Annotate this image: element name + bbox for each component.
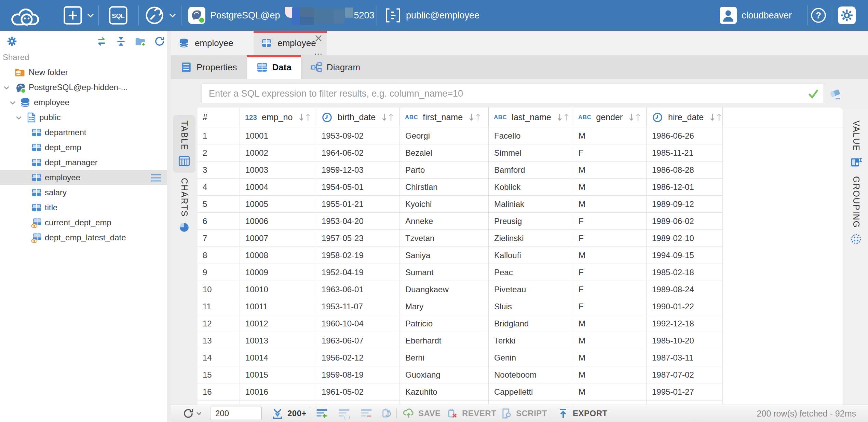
data-cell[interactable]: Facello [489,127,573,144]
chevron-expanded-icon[interactable] [15,114,23,122]
tree-item-department[interactable]: department [0,125,167,140]
row-number-cell[interactable]: 7 [198,230,240,247]
data-cell[interactable]: 10014 [240,349,316,366]
data-cell[interactable]: 10009 [240,264,316,281]
data-cell[interactable]: Bridgland [489,315,573,332]
fetch-size-input[interactable] [210,407,262,420]
data-cell[interactable]: Anneke [400,213,489,230]
rail-tab-GROUPING[interactable]: GROUPING [845,171,867,251]
data-cell[interactable]: 10015 [240,366,316,383]
column-header-#[interactable]: # [198,108,240,127]
row-number-cell[interactable]: 16 [198,383,240,400]
data-cell[interactable] [316,400,400,405]
data-cell[interactable]: 1955-01-21 [316,196,400,213]
sort-arrows-icon[interactable]: ↓↑ [708,112,722,123]
data-cell[interactable]: M [573,247,647,264]
data-cell[interactable]: Kalloufi [489,247,573,264]
driver-tools-button[interactable] [145,5,176,26]
data-cell[interactable]: M [573,179,647,196]
data-cell[interactable]: M [573,349,647,366]
row-number-cell[interactable]: 14 [198,349,240,366]
data-cell[interactable]: 1995-01-27 [647,383,723,400]
data-cell[interactable]: 1957-05-23 [316,230,400,247]
data-cell[interactable]: Bezalel [400,144,489,161]
close-tab-icon[interactable] [314,34,323,42]
data-cell[interactable]: 1959-08-19 [316,366,400,383]
editor-tab-employee[interactable]: employee ... [254,31,327,55]
data-cell[interactable]: Bamford [489,161,573,179]
data-cell[interactable]: Genin [489,349,573,366]
data-cell[interactable]: 1986-12-01 [647,179,723,196]
data-cell[interactable]: Tzvetan [400,230,489,247]
data-cell[interactable]: 1953-11-07 [316,298,400,315]
data-cell[interactable]: Cappelletti [489,383,573,400]
data-cell[interactable]: 10008 [240,247,316,264]
sort-arrows-icon[interactable]: ↓↑ [380,112,394,123]
rail-tab-TABLE[interactable]: TABLE [173,115,195,173]
data-cell[interactable]: 1992-12-18 [647,315,723,332]
data-cell[interactable]: 1986-06-26 [647,127,723,144]
data-cell[interactable]: M [573,332,647,349]
chevron-expanded-icon[interactable] [9,99,16,107]
save-button[interactable]: SAVE [403,405,441,422]
data-cell[interactable]: 10013 [240,332,316,349]
data-cell[interactable]: 1990-01-22 [647,298,723,315]
column-header-emp_no[interactable]: 123 emp_no ↓↑ [240,108,316,127]
row-number-cell[interactable]: 6 [198,213,240,230]
sql-editor-button[interactable]: SQL [109,5,128,26]
gear-icon[interactable] [6,36,18,48]
column-header-gender[interactable]: ABC gender ↓↑ [573,108,647,127]
data-cell[interactable]: 1964-06-02 [316,144,400,161]
chevron-expanded-icon[interactable] [3,84,10,92]
data-cell[interactable] [573,400,647,405]
cloudbeaver-logo-icon[interactable] [9,5,44,26]
rail-tab-VALUE[interactable]: VALUE [845,115,867,174]
delete-row-button[interactable] [360,405,372,422]
tab-more-icon[interactable]: ... [314,48,323,55]
filter-apply-icon[interactable] [804,84,823,103]
user-menu[interactable]: cloudbeaver [720,5,792,26]
data-cell[interactable]: 1989-09-12 [647,196,723,213]
data-cell[interactable]: 1953-04-20 [316,213,400,230]
data-cell[interactable]: M [573,127,647,144]
data-cell[interactable] [198,400,240,405]
tree-item-dept_emp[interactable]: dept_emp [0,140,167,155]
sort-arrows-icon[interactable]: ↓↑ [556,112,569,123]
data-cell[interactable]: Eberhardt [400,332,489,349]
tree-item-current_dept_emp[interactable]: current_dept_emp [0,215,167,230]
tree-item-dept_emp_latest_date[interactable]: dept_emp_latest_date [0,230,167,245]
row-number-cell[interactable]: 8 [198,247,240,264]
data-cell[interactable]: M [573,366,647,383]
data-cell[interactable]: 1985-02-18 [647,264,723,281]
data-cell[interactable]: 1987-07-02 [647,366,723,383]
add-row-button[interactable] [316,405,328,422]
filter-clear-icon[interactable] [828,87,842,100]
duplicate-row-button[interactable]: (+) [338,405,350,422]
data-cell[interactable]: 1985-11-21 [647,144,723,161]
row-number-cell[interactable]: 15 [198,366,240,383]
data-cell[interactable]: 10002 [240,144,316,161]
sort-arrows-icon[interactable]: ↓↑ [627,112,641,123]
sort-arrows-icon[interactable]: ↓↑ [467,112,481,123]
data-cell[interactable]: 10006 [240,213,316,230]
data-cell[interactable]: Peac [489,264,573,281]
sort-arrows-icon[interactable]: ↓↑ [297,112,311,123]
data-cell[interactable]: 1985-10-20 [647,332,723,349]
tree-item-title[interactable]: title [0,200,167,215]
rail-tab-CHARTS[interactable]: CHARTS [173,172,195,239]
data-cell[interactable]: 1989-08-24 [647,281,723,298]
data-cell[interactable]: Sumant [400,264,489,281]
data-cell[interactable]: F [573,281,647,298]
tree-item-PostgreSQL@ep-hidden-...[interactable]: PostgreSQL@ep-hidden-... [0,80,167,95]
data-cell[interactable]: 10001 [240,127,316,144]
data-cell[interactable]: Preusig [489,213,573,230]
data-cell[interactable]: F [573,230,647,247]
apply-changes-button[interactable] [381,405,393,422]
connection-selector[interactable]: PostgreSQL@ep 5203 [188,5,375,26]
row-number-cell[interactable]: 9 [198,264,240,281]
tree-item-employee[interactable]: employee [0,170,167,185]
row-number-cell[interactable]: 10 [198,281,240,298]
column-header-last_name[interactable]: ABC last_name ↓↑ [489,108,573,127]
filter-input[interactable] [202,88,804,99]
row-number-cell[interactable]: 13 [198,332,240,349]
